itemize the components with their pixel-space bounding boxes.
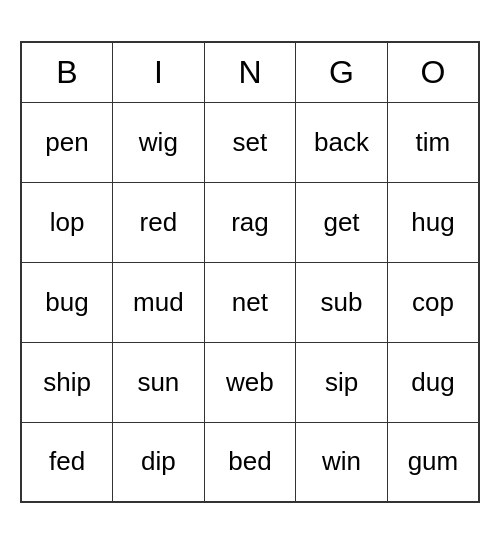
cell-r3-c1: sun: [113, 342, 205, 422]
header-cell-b: B: [21, 42, 113, 102]
cell-r0-c4: tim: [387, 102, 479, 182]
cell-r3-c3: sip: [296, 342, 388, 422]
cell-r1-c3: get: [296, 182, 388, 262]
cell-r3-c4: dug: [387, 342, 479, 422]
cell-r4-c2: bed: [204, 422, 296, 502]
cell-r4-c3: win: [296, 422, 388, 502]
cell-r1-c2: rag: [204, 182, 296, 262]
table-row: lopredraggethug: [21, 182, 479, 262]
table-row: shipsunwebsipdug: [21, 342, 479, 422]
cell-r3-c2: web: [204, 342, 296, 422]
cell-r1-c4: hug: [387, 182, 479, 262]
cell-r4-c1: dip: [113, 422, 205, 502]
cell-r4-c0: fed: [21, 422, 113, 502]
cell-r0-c0: pen: [21, 102, 113, 182]
table-row: bugmudnetsubcop: [21, 262, 479, 342]
cell-r2-c0: bug: [21, 262, 113, 342]
bingo-card: BINGO penwigsetbacktimlopredraggethugbug…: [20, 41, 480, 503]
table-row: feddipbedwingum: [21, 422, 479, 502]
cell-r0-c1: wig: [113, 102, 205, 182]
header-cell-o: O: [387, 42, 479, 102]
header-cell-n: N: [204, 42, 296, 102]
cell-r2-c1: mud: [113, 262, 205, 342]
cell-r4-c4: gum: [387, 422, 479, 502]
cell-r1-c0: lop: [21, 182, 113, 262]
cell-r2-c4: cop: [387, 262, 479, 342]
table-row: penwigsetbacktim: [21, 102, 479, 182]
cell-r0-c2: set: [204, 102, 296, 182]
header-row: BINGO: [21, 42, 479, 102]
cell-r2-c3: sub: [296, 262, 388, 342]
header-cell-i: I: [113, 42, 205, 102]
cell-r0-c3: back: [296, 102, 388, 182]
cell-r2-c2: net: [204, 262, 296, 342]
cell-r1-c1: red: [113, 182, 205, 262]
header-cell-g: G: [296, 42, 388, 102]
cell-r3-c0: ship: [21, 342, 113, 422]
